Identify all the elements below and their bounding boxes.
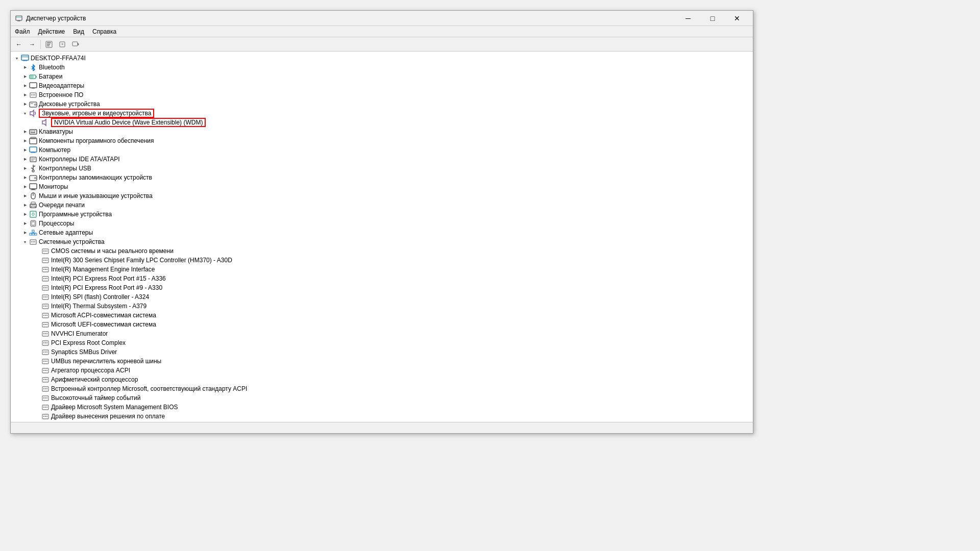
cpu-label: Процессоры <box>39 220 75 227</box>
svg-rect-80 <box>46 251 47 252</box>
tree-item-monitors[interactable]: Мониторы <box>11 182 753 191</box>
tree-item-acpi-agg[interactable]: Агрегатор процессора ACPI <box>11 366 753 375</box>
maximize-button[interactable]: □ <box>701 11 724 26</box>
device-tree[interactable]: DESKTOP-FFAA74I Bluetooth Батареи <box>11 52 753 422</box>
tree-item-cmos[interactable]: CMOS системы и часы реального времени <box>11 246 753 256</box>
expand-toggle[interactable] <box>21 128 29 136</box>
tree-item-print[interactable]: Очереди печати <box>11 201 753 210</box>
nvidia-label: NVIDIA Virtual Audio Device (Wave Extens… <box>51 118 206 127</box>
tree-item-pciexpress[interactable]: PCI Express Root Complex <box>11 338 753 347</box>
update-button[interactable]: ≡ <box>56 39 68 50</box>
battery-icon <box>29 72 37 81</box>
high-timer-label: Высокоточный таймер событий <box>51 394 140 402</box>
tree-item-arith[interactable]: Арифметический сопроцессор <box>11 375 753 384</box>
keyboard-icon <box>29 128 37 136</box>
close-button[interactable]: ✕ <box>725 11 749 26</box>
network-label: Сетевые адаптеры <box>39 229 93 236</box>
display-label: Видеоадаптеры <box>39 82 84 89</box>
tree-item-sound[interactable]: Звуковые, игровые и видеоустройства <box>11 109 753 118</box>
chip-icon <box>41 348 50 356</box>
svg-rect-87 <box>45 269 46 270</box>
scan-button[interactable] <box>69 39 82 50</box>
svg-rect-82 <box>43 260 44 261</box>
expand-toggle[interactable] <box>21 100 29 108</box>
tree-item-mouse[interactable]: Мыши и иные указывающие устройства <box>11 191 753 201</box>
tree-item-synaptics[interactable]: Synaptics SMBus Driver <box>11 347 753 357</box>
expand-toggle[interactable] <box>21 137 29 145</box>
expand-toggle[interactable] <box>21 229 29 237</box>
menu-file[interactable]: Файл <box>11 26 34 37</box>
menu-help[interactable]: Справка <box>88 26 120 37</box>
tree-item-cpu[interactable]: Процессоры <box>11 219 753 228</box>
chip-icon <box>41 357 50 365</box>
expand-toggle[interactable] <box>21 91 29 99</box>
expand-toggle[interactable] <box>21 201 29 209</box>
expand-toggle[interactable] <box>21 173 29 182</box>
tree-item-disk[interactable]: Дисковые устройства <box>11 99 753 109</box>
tree-item-builtin[interactable]: Встроенное ПО <box>11 90 753 99</box>
expand-toggle[interactable] <box>21 210 29 218</box>
expand-toggle[interactable] <box>21 146 29 154</box>
expand-toggle[interactable] <box>21 63 29 71</box>
tree-item-intelme[interactable]: Intel(R) Management Engine Interface <box>11 265 753 274</box>
expand-toggle[interactable] <box>21 72 29 81</box>
tree-item-sysdev[interactable]: Системные устройства <box>11 237 753 246</box>
tree-item-usb[interactable]: Контроллеры USB <box>11 164 753 173</box>
expand-toggle[interactable] <box>21 164 29 172</box>
tree-item-ms-bios[interactable]: Драйвер Microsoft System Management BIOS <box>11 403 753 412</box>
svg-rect-78 <box>43 251 44 252</box>
tree-item-network[interactable]: Сетевые адаптеры <box>11 228 753 237</box>
expand-toggle[interactable] <box>21 238 29 246</box>
tree-item-intelspi[interactable]: Intel(R) SPI (flash) Controller - A324 <box>11 292 753 302</box>
tree-item-desktop[interactable]: DESKTOP-FFAA74I <box>11 54 753 63</box>
tree-item-drv-pay[interactable]: Драйвер вынесения решения по оплате <box>11 412 753 421</box>
tree-item-msuefi[interactable]: Microsoft UEFI-совместимая система <box>11 320 753 329</box>
tree-item-bluetooth[interactable]: Bluetooth <box>11 63 753 72</box>
tree-item-battery[interactable]: Батареи <box>11 72 753 81</box>
tree-item-intel300[interactable]: Intel(R) 300 Series Chipset Family LPC C… <box>11 256 753 265</box>
tree-item-hyperv[interactable]: Драйвер инфраструктуры виртуализации Mic… <box>11 421 753 422</box>
tree-item-nvidia[interactable]: NVIDIA Virtual Audio Device (Wave Extens… <box>11 118 753 127</box>
tree-item-intelpci9[interactable]: Intel(R) PCI Express Root Port #9 - A330 <box>11 283 753 292</box>
chip-icon <box>41 330 50 338</box>
tree-item-umbus[interactable]: UMBus перечислитель корневой шины <box>11 357 753 366</box>
tree-item-keyboard[interactable]: Клавиатуры <box>11 127 753 136</box>
tree-item-ide[interactable]: Контроллеры IDE ATA/ATAPI <box>11 155 753 164</box>
forward-button[interactable]: → <box>26 39 38 50</box>
tree-item-nvvhci[interactable]: NVVHCI Enumerator <box>11 329 753 338</box>
tree-item-msacpi[interactable]: Microsoft ACPI-совместимая система <box>11 311 753 320</box>
chip-icon <box>41 412 50 420</box>
expand-toggle[interactable] <box>21 192 29 200</box>
properties-button[interactable] <box>43 39 55 50</box>
back-button[interactable]: ← <box>13 39 25 50</box>
menu-action[interactable]: Действие <box>34 26 69 37</box>
expand-toggle <box>33 118 41 127</box>
tree-item-ms-acpi-ctrl[interactable]: Встроенный контроллер Microsoft, соответ… <box>11 384 753 393</box>
svg-rect-76 <box>34 241 35 242</box>
menu-view[interactable]: Вид <box>69 26 88 37</box>
tree-item-high-timer[interactable]: Высокоточный таймер событий <box>11 393 753 403</box>
tree-item-computer[interactable]: Компьютер <box>11 145 753 155</box>
expand-toggle[interactable] <box>21 219 29 228</box>
toolbar: ← → ≡ <box>11 37 753 52</box>
cpu-icon <box>29 219 37 228</box>
expand-toggle[interactable] <box>13 54 21 62</box>
tree-item-program[interactable]: ⚙ Программные устройства <box>11 210 753 219</box>
expand-toggle[interactable] <box>21 155 29 163</box>
sound-child-icon <box>41 118 50 127</box>
tree-item-intelpci15[interactable]: Intel(R) PCI Express Root Port #15 - A33… <box>11 274 753 283</box>
svg-rect-96 <box>46 287 47 288</box>
tree-item-display[interactable]: Видеоадаптеры <box>11 81 753 90</box>
storage-icon <box>29 173 37 182</box>
svg-rect-0 <box>16 16 22 20</box>
minimize-button[interactable]: ─ <box>676 11 700 26</box>
svg-rect-151 <box>45 416 46 417</box>
svg-rect-142 <box>43 397 44 398</box>
tree-item-intelthermal[interactable]: Intel(R) Thermal Subsystem - A379 <box>11 302 753 311</box>
tree-item-storage[interactable]: Контроллеры запоминающих устройств <box>11 173 753 182</box>
expand-toggle <box>33 339 41 347</box>
expand-toggle[interactable] <box>21 82 29 90</box>
expand-toggle[interactable] <box>21 109 29 117</box>
expand-toggle[interactable] <box>21 183 29 191</box>
tree-item-components[interactable]: Компоненты программного обеспечения <box>11 136 753 145</box>
